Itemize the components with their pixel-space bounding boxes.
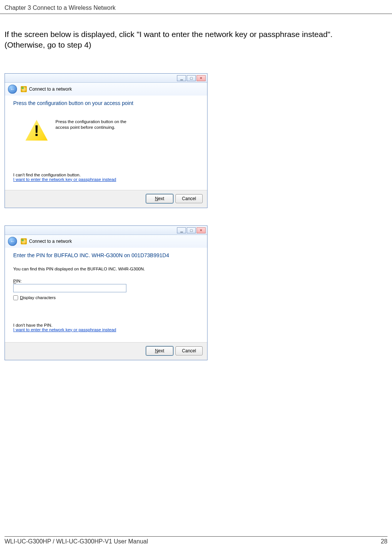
content-area: Press the configuration button on your a… (5, 96, 207, 190)
back-button[interactable]: ← (8, 237, 17, 246)
cancel-button[interactable]: Cancel (175, 194, 203, 203)
chapter-title: Chapter 3 Connect to a Wireless Network (5, 5, 115, 11)
body-line-1: If the screen below is displayed, click … (5, 29, 387, 40)
screenshot-2: ▁ ▢ ✕ ← Connect to a network Enter the P… (5, 225, 392, 360)
next-button[interactable]: Next (146, 346, 173, 355)
display-characters-checkbox[interactable] (13, 295, 18, 300)
close-button[interactable]: ✕ (197, 75, 206, 81)
help-block: I don't have the PIN. I want to enter th… (13, 323, 199, 332)
next-button[interactable]: Next (146, 194, 173, 203)
instruction-line-a: Press the configuration button on the (55, 119, 126, 125)
cancel-button[interactable]: Cancel (175, 346, 203, 355)
dialog-heading: Press the configuration button on your a… (13, 100, 199, 106)
wizard-icon (21, 86, 27, 92)
manual-title: WLI-UC-G300HP / WLI-UC-G300HP-V1 User Ma… (5, 538, 148, 545)
instruction-line-b: access point before continuing. (55, 125, 126, 131)
cant-find-text: I can't find the configuration button. (13, 173, 199, 177)
dialog-heading: Enter the PIN for BUFFALO INC. WHR-G300N… (13, 252, 199, 258)
window-title: Connect to a network (29, 86, 72, 92)
window-title: Connect to a network (29, 239, 72, 244)
display-characters-row: Display characters (13, 295, 199, 300)
body-line-2: (Otherwise, go to step 4) (5, 40, 387, 50)
minimize-button[interactable]: ▁ (177, 75, 186, 81)
maximize-button[interactable]: ▢ (187, 227, 196, 233)
body-text: If the screen below is displayed, click … (0, 14, 392, 51)
page-header: Chapter 3 Connect to a Wireless Network (0, 0, 392, 14)
connect-dialog-2: ▁ ▢ ✕ ← Connect to a network Enter the P… (5, 225, 208, 360)
screenshot-1: ▁ ▢ ✕ ← Connect to a network Press the c… (5, 73, 392, 208)
warning-icon: ! (25, 119, 49, 143)
content-area: Enter the PIN for BUFFALO INC. WHR-G300N… (5, 248, 207, 342)
back-arrow-icon: ← (10, 238, 15, 244)
pin-label: PIN: (13, 279, 199, 283)
button-row: Next Cancel (5, 190, 207, 208)
no-pin-text: I don't have the PIN. (13, 323, 199, 327)
back-button[interactable]: ← (8, 85, 17, 94)
pin-input[interactable] (13, 284, 126, 292)
instruction-text: Press the configuration button on the ac… (55, 119, 126, 131)
maximize-button[interactable]: ▢ (187, 75, 196, 81)
page-footer: WLI-UC-G300HP / WLI-UC-G300HP-V1 User Ma… (5, 536, 387, 545)
button-row: Next Cancel (5, 342, 207, 360)
close-button[interactable]: ✕ (197, 227, 206, 233)
titlebar: ▁ ▢ ✕ (5, 74, 207, 83)
back-arrow-icon: ← (10, 86, 15, 92)
nav-row: ← Connect to a network (5, 235, 207, 248)
enter-key-link[interactable]: I want to enter the network key or passp… (13, 327, 116, 332)
nav-row: ← Connect to a network (5, 83, 207, 96)
wizard-icon (21, 238, 27, 244)
help-block: I can't find the configuration button. I… (13, 173, 199, 182)
display-characters-label: Display characters (20, 295, 56, 300)
page-number: 28 (381, 538, 387, 545)
pin-info-text: You can find this PIN displayed on the B… (13, 267, 199, 271)
connect-dialog-1: ▁ ▢ ✕ ← Connect to a network Press the c… (5, 73, 208, 208)
titlebar: ▁ ▢ ✕ (5, 226, 207, 235)
enter-key-link[interactable]: I want to enter the network key or passp… (13, 177, 116, 182)
minimize-button[interactable]: ▁ (177, 227, 186, 233)
instruction-row: ! Press the configuration button on the … (25, 119, 199, 143)
